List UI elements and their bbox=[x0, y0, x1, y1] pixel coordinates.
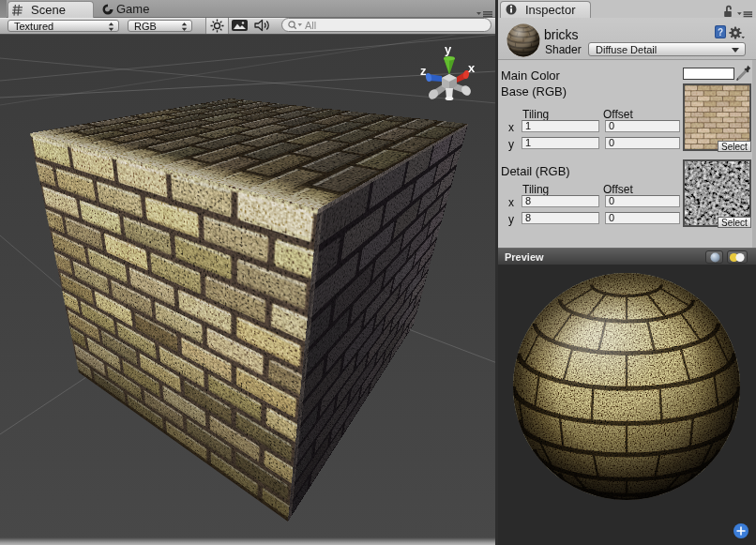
svg-text:z: z bbox=[420, 64, 427, 78]
svg-text:y: y bbox=[445, 42, 452, 56]
svg-text:?: ? bbox=[718, 27, 723, 38]
svg-text:x: x bbox=[468, 61, 476, 75]
